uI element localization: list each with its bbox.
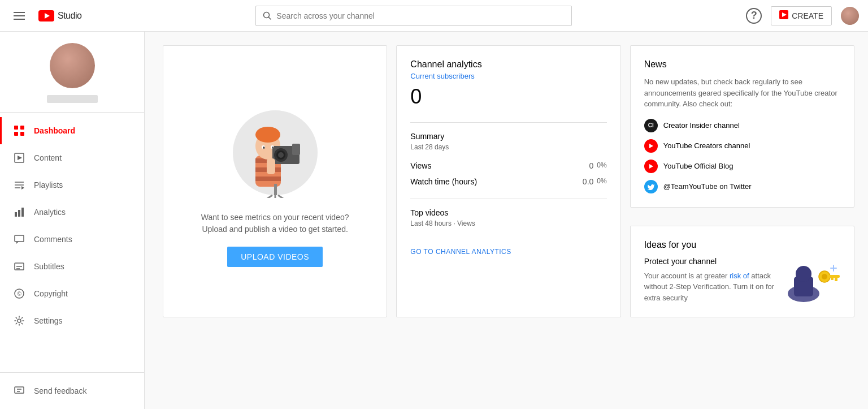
upload-videos-button[interactable]: UPLOAD VIDEOS [227,247,323,267]
news-card: News No new updates, but check back regu… [630,45,854,208]
svg-rect-17 [18,210,20,217]
sidebar-item-dashboard[interactable]: Dashboard [0,117,144,144]
header-right: ? CREATE [746,6,859,25]
copyright-icon: © [14,288,25,299]
sidebar-avatar[interactable] [50,43,95,88]
dashboard-grid: Want to see metrics on your recent video… [163,45,854,317]
svg-rect-62 [828,275,840,278]
svg-marker-55 [649,144,653,148]
create-icon [779,10,788,21]
news-link-yt-creators[interactable]: YouTube Creators channel [644,139,840,153]
sidebar-item-subtitles[interactable]: Subtitles [0,253,144,280]
dashboard-icon [14,125,25,136]
user-avatar[interactable] [841,7,859,25]
analytics-title: Channel analytics [410,59,606,70]
sidebar-copyright-label: Copyright [34,289,68,298]
upload-card: Want to see metrics on your recent video… [163,45,387,317]
subscribers-label: Current subscribers [410,72,606,80]
subscribers-label-text: Current subscribers [410,72,474,80]
sidebar-settings-label: Settings [34,316,63,325]
views-value: 0 0% [589,161,607,170]
search-input[interactable] [276,11,565,20]
avatar-image [841,7,859,25]
logo[interactable]: Studio [38,10,81,21]
create-label: CREATE [792,11,823,20]
content-icon [14,152,25,163]
news-links: CI Creator Insider channel YouTube Creat… [644,119,840,193]
svg-rect-46 [267,158,275,174]
sidebar-item-analytics[interactable]: Analytics [0,199,144,226]
subtitles-icon [14,261,25,272]
svg-rect-45 [292,144,300,155]
logo-text: Studio [58,11,81,21]
risk-link[interactable]: risk of [730,272,749,280]
upload-text-line1: Want to see metrics on your recent video… [201,213,349,222]
analytics-card: Channel analytics Current subscribers 0 … [396,45,620,317]
svg-point-40 [255,127,280,143]
creator-insider-label: Creator Insider channel [663,121,740,130]
yt-creators-icon [644,139,658,153]
views-pct: 0% [597,161,606,170]
svg-point-44 [278,152,284,158]
svg-rect-64 [831,278,834,280]
playlists-icon [14,179,25,191]
divider-2 [410,199,606,199]
sidebar-item-copyright[interactable]: © Copyright [0,280,144,307]
settings-icon [14,315,25,326]
svg-rect-19 [15,235,24,242]
news-title: News [644,59,840,70]
sidebar-nav: Dashboard Content Playlists [0,113,144,372]
sidebar-item-comments[interactable]: Comments [0,226,144,253]
summary-period: Last 28 days [410,143,606,151]
watchtime-row: Watch time (hours) 0.0 0% [410,174,606,190]
svg-marker-11 [18,156,22,160]
svg-marker-56 [649,164,653,169]
right-column: News No new updates, but check back regu… [630,45,854,317]
create-button[interactable]: CREATE [771,6,832,25]
sidebar-content-label: Content [34,153,62,162]
svg-point-26 [18,319,21,322]
yt-blog-icon [644,160,658,173]
svg-point-59 [796,266,811,282]
news-link-yt-blog[interactable]: YouTube Official Blog [644,160,840,173]
svg-line-54 [278,195,287,198]
upload-illustration [224,96,326,198]
sidebar-dashboard-label: Dashboard [34,126,75,135]
news-description: No new updates, but check back regularly… [644,76,840,110]
ideas-card: Ideas for you Protect your channel Your … [630,226,854,318]
search-icon [263,11,272,20]
svg-line-3 [269,17,271,19]
menu-button[interactable] [9,7,29,24]
views-count: 0 [589,161,594,170]
videographer-illustration [224,96,326,198]
yt-blog-label: YouTube Official Blog [663,162,734,170]
svg-rect-18 [21,208,24,217]
news-link-creator-insider[interactable]: CI Creator Insider channel [644,119,840,132]
sidebar-playlists-label: Playlists [34,180,63,190]
sidebar-analytics-label: Analytics [34,208,66,217]
upload-text-line2: Upload and publish a video to get starte… [202,225,348,234]
sidebar-subtitles-label: Subtitles [34,262,64,271]
ideas-title: Ideas for you [644,240,840,250]
sidebar-item-content[interactable]: Content [0,144,144,171]
svg-rect-38 [255,176,281,181]
twitter-icon [644,180,658,193]
go-to-analytics-link[interactable]: GO TO CHANNEL ANALYTICS [410,248,511,256]
watchtime-value: 0.0 0% [583,177,607,186]
upload-text: Want to see metrics on your recent video… [201,212,349,235]
protect-title: Protect your channel [644,257,777,266]
header: Studio ? CREATE [0,0,868,32]
security-illustration [784,257,840,302]
creator-insider-icon: CI [644,119,658,132]
help-button[interactable]: ? [746,8,762,24]
subscribers-count: 0 [410,85,606,109]
sidebar: Dashboard Content Playlists [0,32,145,377]
comments-icon [14,234,25,245]
news-link-twitter[interactable]: @TeamYouTube on Twitter [644,180,840,193]
camera-icon [779,10,788,19]
svg-text:©: © [18,291,22,297]
sidebar-item-playlists[interactable]: Playlists [0,171,144,199]
sidebar-item-settings[interactable]: Settings [0,307,144,334]
svg-rect-7 [20,126,24,130]
watchtime-count: 0.0 [583,177,593,186]
